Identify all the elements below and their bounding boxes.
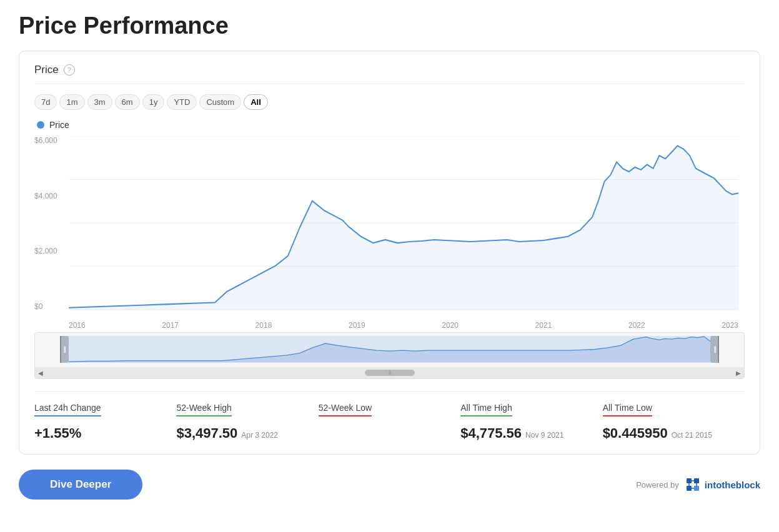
legend-dot (37, 121, 44, 129)
filter-btn-1m[interactable]: 1m (59, 94, 84, 110)
card-title: Price (34, 64, 59, 76)
itb-logo-icon (684, 476, 702, 493)
stat-atl-value: $0.445950Oct 21 2015 (603, 425, 732, 441)
x-label-2019: 2019 (349, 321, 365, 330)
scroll-bar[interactable]: ◀ ⦀ ▶ (35, 367, 744, 378)
powered-by-text: Powered by (636, 480, 679, 490)
y-label-0: $0 (34, 302, 67, 311)
y-label-6000: $6,000 (34, 136, 67, 145)
svg-rect-9 (687, 486, 692, 491)
x-label-2021: 2021 (535, 321, 552, 330)
svg-rect-7 (687, 478, 692, 483)
scroll-thumb[interactable]: ⦀ (365, 370, 415, 376)
scroll-thumb-icon: ⦀ (389, 369, 391, 377)
stat-ath-sub: Nov 9 2021 (525, 431, 563, 440)
svg-rect-8 (694, 478, 699, 483)
stat-24h-value: +1.55% (34, 425, 164, 441)
price-chart-area: $6,000 $4,000 $2,000 $0 2016 2017 2018 2… (34, 136, 745, 330)
time-filters: 7d1m3m6m1yYTDCustomAll (34, 94, 745, 110)
svg-marker-6 (69, 337, 710, 362)
scroll-arrow-left[interactable]: ◀ (35, 367, 46, 378)
stat-52wh-value: $3,497.50Apr 3 2022 (176, 425, 305, 441)
y-label-2000: $2,000 (34, 247, 67, 255)
help-icon[interactable]: ? (64, 64, 75, 76)
x-label-2022: 2022 (628, 321, 645, 330)
scroll-arrow-right[interactable]: ▶ (733, 367, 744, 378)
stat-52wl-label: 52-Week Low (319, 403, 372, 416)
filter-btn-6m[interactable]: 6m (115, 94, 140, 110)
stat-52w-high: 52-Week High $3,497.50Apr 3 2022 (176, 402, 318, 441)
card-header: Price ? (34, 64, 745, 84)
stat-ath-value: $4,775.56Nov 9 2021 (460, 425, 590, 441)
y-label-4000: $4,000 (34, 192, 67, 200)
itb-logo: intotheblock (684, 476, 760, 493)
legend-label: Price (49, 120, 69, 130)
x-label-2023: 2023 (722, 321, 738, 330)
filter-btn-custom[interactable]: Custom (199, 94, 241, 110)
stat-atl-label: All Time Low (603, 403, 652, 416)
page-title: Price Performance (19, 12, 760, 39)
stat-52wh-sub: Apr 3 2022 (241, 431, 278, 440)
stat-52wh-label: 52-Week High (176, 403, 231, 416)
chart-svg (69, 136, 738, 311)
filter-btn-3m[interactable]: 3m (87, 94, 112, 110)
stat-atl-sub: Oct 21 2015 (672, 431, 712, 440)
svg-rect-10 (694, 486, 699, 491)
x-label-2016: 2016 (69, 321, 86, 330)
dive-deeper-button[interactable]: Dive Deeper (19, 470, 142, 500)
stat-52w-low: 52-Week Low (319, 402, 460, 441)
powered-by: Powered by intotheblock (636, 476, 760, 493)
stat-ath-label: All Time High (460, 403, 512, 416)
footer: Dive Deeper Powered by intotheblock (19, 470, 760, 500)
chart-legend: Price (34, 120, 745, 130)
price-card: Price ? 7d1m3m6m1yYTDCustomAll Price (19, 51, 760, 455)
stat-24h-label: Last 24h Change (34, 403, 101, 416)
filter-btn-ytd[interactable]: YTD (167, 94, 197, 110)
stat-atl: All Time Low $0.445950Oct 21 2015 (603, 402, 745, 441)
filter-btn-7d[interactable]: 7d (34, 94, 57, 110)
itb-brand-name: intotheblock (705, 480, 760, 490)
mini-chart[interactable]: ‖ ‖ 2016 2018 2020 2022 ◀ ⦀ ▶ (34, 332, 745, 379)
x-label-2017: 2017 (162, 321, 179, 330)
svg-marker-5 (69, 146, 738, 310)
stat-24h-change: Last 24h Change +1.55% (34, 402, 176, 441)
x-label-2020: 2020 (442, 321, 459, 330)
filter-btn-1y[interactable]: 1y (142, 94, 165, 110)
stat-ath: All Time High $4,775.56Nov 9 2021 (460, 402, 602, 441)
filter-btn-all[interactable]: All (244, 94, 268, 110)
chart-plot (69, 136, 738, 311)
stats-row: Last 24h Change +1.55% 52-Week High $3,4… (34, 392, 745, 441)
mini-svg (69, 336, 710, 363)
x-label-2018: 2018 (256, 321, 272, 330)
